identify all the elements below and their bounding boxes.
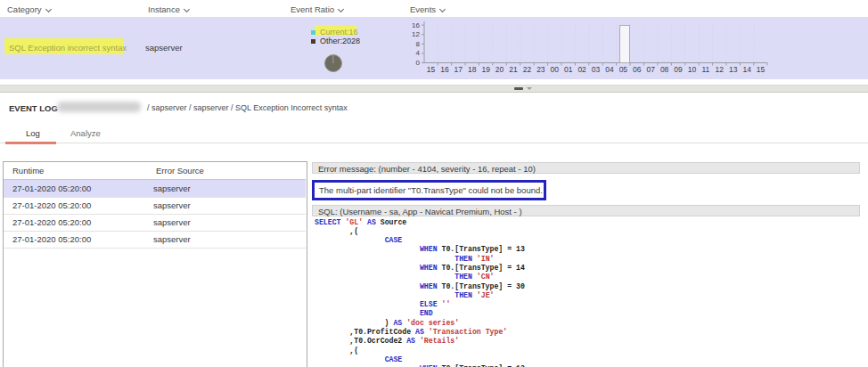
svg-text:15: 15	[757, 65, 766, 74]
svg-text:23: 23	[536, 65, 545, 74]
svg-text:03: 03	[592, 65, 601, 74]
svg-text:06: 06	[633, 65, 642, 74]
svg-text:21: 21	[509, 65, 518, 74]
svg-text:18: 18	[468, 65, 477, 74]
svg-text:20: 20	[495, 65, 504, 74]
svg-text:02: 02	[577, 65, 586, 74]
svg-text:17: 17	[454, 65, 463, 74]
svg-text:01: 01	[564, 65, 573, 74]
svg-text:08: 08	[660, 65, 669, 74]
svg-text:15: 15	[427, 65, 436, 74]
svg-text:16: 16	[412, 21, 420, 29]
svg-text:12: 12	[412, 30, 420, 38]
svg-text:22: 22	[523, 65, 532, 74]
svg-text:4: 4	[416, 49, 421, 57]
svg-text:00: 00	[551, 65, 560, 74]
svg-text:16: 16	[440, 65, 449, 74]
svg-text:11: 11	[701, 65, 709, 74]
svg-text:19: 19	[481, 65, 490, 74]
svg-text:09: 09	[674, 65, 683, 74]
svg-text:12: 12	[716, 65, 725, 74]
svg-text:10: 10	[688, 65, 697, 74]
svg-text:07: 07	[646, 65, 655, 74]
svg-text:8: 8	[416, 40, 421, 48]
svg-text:13: 13	[729, 65, 738, 74]
svg-text:0: 0	[416, 59, 421, 67]
svg-text:04: 04	[605, 65, 614, 74]
svg-text:14: 14	[742, 65, 751, 74]
svg-text:05: 05	[619, 65, 628, 74]
